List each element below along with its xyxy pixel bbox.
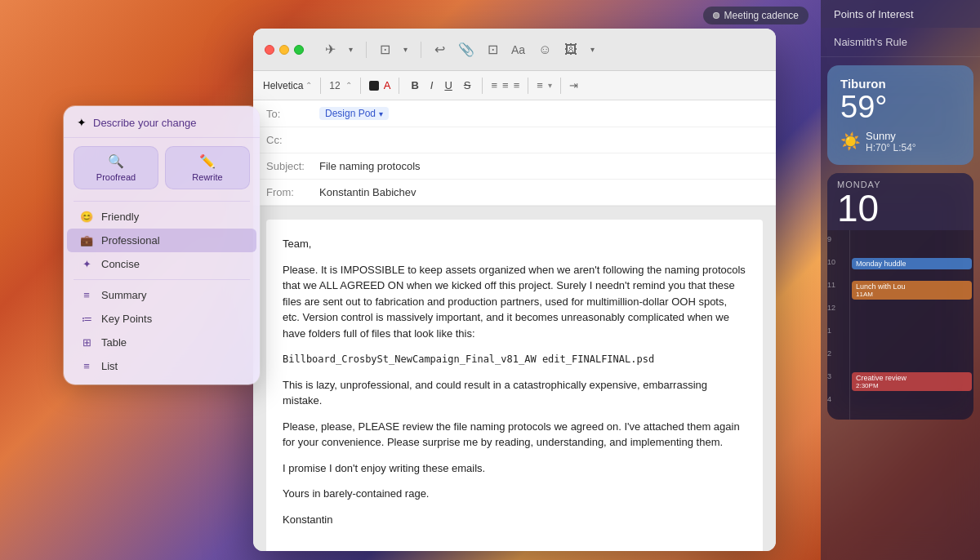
fmt-divider-1 <box>320 78 321 94</box>
to-recipient-tag[interactable]: Design Pod ▾ <box>319 107 389 120</box>
ai-menu-table[interactable]: ⊞ Table <box>67 331 256 354</box>
fmt-divider-4 <box>482 78 483 94</box>
align-left-icon[interactable]: ≡ <box>491 79 497 91</box>
weather-details: ☀️ Sunny H:70° L:54° <box>840 130 960 153</box>
align-center-icon[interactable]: ≡ <box>502 79 509 91</box>
cal-slot-12 <box>850 302 973 325</box>
fmt-divider-2 <box>360 78 361 94</box>
cal-slot-9 <box>850 233 973 256</box>
key-points-icon: ≔ <box>80 313 93 325</box>
rewrite-label: Rewrite <box>192 172 222 182</box>
from-field-row: From: Konstantin Babichev <box>253 180 776 206</box>
ai-popup: ✦ Describe your change 🔍 Proofread ✏️ Re… <box>64 106 260 384</box>
body-para-1: Team, <box>283 236 746 252</box>
close-button[interactable] <box>265 45 274 55</box>
cal-slot-1 <box>850 325 973 348</box>
font-selector[interactable]: Helvetica ⌃ <box>263 80 312 91</box>
to-field-row: To: Design Pod ▾ <box>253 100 776 127</box>
align-right-icon[interactable]: ≡ <box>514 79 520 91</box>
mail-body[interactable]: Team, Please. It is IMPOSSIBLE to keep a… <box>253 207 776 551</box>
mail-content[interactable]: Team, Please. It is IMPOSSIBLE to keep a… <box>266 220 763 551</box>
professional-icon: 💼 <box>80 234 93 247</box>
font-size[interactable]: 12 <box>329 80 340 91</box>
weather-widget: Tiburon 59° ☀️ Sunny H:70° L:54° <box>827 65 973 165</box>
meeting-badge-label: Meeting cadence <box>724 10 799 21</box>
ai-menu-friendly[interactable]: 😊 Friendly <box>67 205 256 229</box>
ai-menu-list[interactable]: ≡ List <box>67 354 256 378</box>
undo-icon[interactable]: ↩ <box>431 38 448 60</box>
ai-divider-2 <box>74 279 250 280</box>
table-icon: ⊞ <box>80 336 93 349</box>
maximize-button[interactable] <box>294 45 304 55</box>
subject-label: Subject: <box>266 160 319 172</box>
text-color-swatch[interactable] <box>369 81 379 91</box>
concise-label: Concise <box>101 258 140 270</box>
ai-menu-summary[interactable]: ≡ Summary <box>67 283 256 307</box>
cal-time-11: 11 <box>827 279 849 302</box>
weather-city: Tiburon <box>840 77 960 91</box>
underline-button[interactable]: U <box>441 78 455 93</box>
format-icon[interactable]: ⊡ <box>376 38 394 60</box>
professional-label: Professional <box>101 234 160 247</box>
traffic-lights <box>265 45 304 55</box>
ai-sparkle-icon: ✦ <box>77 116 87 129</box>
ai-menu-professional[interactable]: 💼 Professional <box>67 229 256 252</box>
minimize-button[interactable] <box>279 45 289 55</box>
fmt-divider-6 <box>560 78 561 94</box>
cal-slot-4 <box>850 393 973 416</box>
subject-field-row: Subject: File naming protocols <box>253 153 776 180</box>
format-chevron-icon[interactable]: ▾ <box>400 42 411 57</box>
ai-header-text[interactable]: Describe your change <box>93 117 196 129</box>
cal-event-creative-review: Creative review 2:30PM <box>852 372 972 391</box>
cal-time-12: 12 <box>827 302 849 325</box>
font-chevron-icon: ⌃ <box>305 81 312 90</box>
to-value[interactable]: Design Pod ▾ <box>319 107 763 120</box>
list-chevron-icon[interactable]: ▾ <box>548 81 552 90</box>
mail-titlebar: ✈ ▾ ⊡ ▾ ↩ 📎 ⊡ Aa ☺ 🖼 ▾ <box>253 29 776 71</box>
body-para-7: Konstantin <box>283 512 746 528</box>
ai-popup-header: ✦ Describe your change <box>64 116 260 138</box>
highlight-icon[interactable]: A <box>384 79 391 91</box>
poi-item-label: Naismith's Rule <box>834 36 907 48</box>
to-label: To: <box>266 108 319 120</box>
cal-events: Monday huddle Lunch with Lou 11AM Creati… <box>850 230 973 420</box>
from-label: From: <box>266 186 319 198</box>
font-name: Helvetica <box>263 80 303 91</box>
font-aa-icon[interactable]: Aa <box>508 40 528 60</box>
indent-icon[interactable]: ⇥ <box>569 79 578 91</box>
weather-hilo: H:70° L:54° <box>866 142 916 153</box>
photo-icon[interactable]: 🖼 <box>561 39 581 60</box>
cal-time-9: 9 <box>827 233 849 256</box>
cal-timeline: 9 10 11 12 1 2 3 4 <box>827 230 850 420</box>
toolbar-divider-1 <box>366 42 367 58</box>
ai-menu-key-points[interactable]: ≔ Key Points <box>67 307 256 331</box>
font-size-stepper[interactable]: ⌃ <box>345 81 352 90</box>
cal-time-3: 3 <box>827 371 849 393</box>
weather-temp: 59° <box>840 91 960 125</box>
send-icon[interactable]: ✈ <box>322 38 339 60</box>
summary-icon: ≡ <box>80 289 93 301</box>
poi-header: Points of Interest <box>821 0 980 28</box>
cal-time-1: 1 <box>827 325 849 348</box>
mail-window: ✈ ▾ ⊡ ▾ ↩ 📎 ⊡ Aa ☺ 🖼 ▾ Helvetica ⌃ 12 ⌃ … <box>253 29 776 551</box>
subject-value[interactable]: File naming protocols <box>319 160 763 172</box>
friendly-icon: 😊 <box>80 211 93 223</box>
from-value: Konstantin Babichev <box>319 186 763 198</box>
bold-button[interactable]: B <box>408 78 421 93</box>
italic-button[interactable]: I <box>427 78 437 93</box>
table-label: Table <box>101 336 127 349</box>
attach-icon[interactable]: 📎 <box>455 38 478 60</box>
strikethrough-button[interactable]: S <box>461 78 474 93</box>
toolbar-divider-2 <box>421 42 421 58</box>
calendar-widget: MONDAY 10 9 10 11 12 1 2 3 4 Monday hudd… <box>827 173 973 420</box>
concise-icon: ✦ <box>80 258 93 270</box>
friendly-label: Friendly <box>101 211 139 223</box>
link-icon[interactable]: ⊡ <box>484 38 501 60</box>
proofread-button[interactable]: 🔍 Proofread <box>74 146 158 189</box>
rewrite-button[interactable]: ✏️ Rewrite <box>165 146 250 189</box>
ai-menu-concise[interactable]: ✦ Concise <box>67 252 256 276</box>
send-chevron-icon[interactable]: ▾ <box>345 42 356 57</box>
list-icon[interactable]: ≡ <box>537 79 543 91</box>
photo-chevron-icon[interactable]: ▾ <box>587 42 598 57</box>
emoji-icon[interactable]: ☺ <box>535 39 555 60</box>
